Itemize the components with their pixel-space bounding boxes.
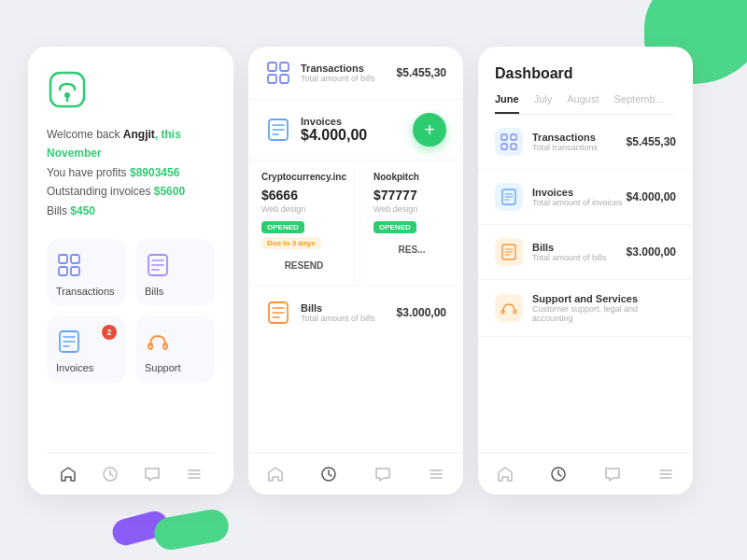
menu-item-bills[interactable]: Bills — [135, 239, 215, 306]
dash-invoices-text: Invoices Total amount of invoices — [532, 187, 623, 207]
menu-label-invoices: Invoices — [56, 362, 93, 373]
svg-rect-22 — [268, 75, 276, 83]
svg-rect-39 — [511, 144, 516, 149]
bills-info: Bills Total amount of bills — [265, 300, 375, 326]
inv-amount-0: $6666 — [261, 188, 346, 203]
card2-nav-home[interactable] — [266, 465, 285, 483]
decorative-blob-green-bottom — [152, 507, 232, 552]
transactions-title: Transactions — [301, 63, 375, 74]
dash-bills-title: Bills — [532, 242, 607, 253]
card3-nav-chat[interactable] — [603, 465, 622, 483]
card3-nav-menu[interactable] — [656, 465, 675, 483]
dash-bills-amount: $3.000,00 — [627, 245, 676, 259]
tag-opened-1: OPENED — [374, 221, 416, 233]
resend-button-0[interactable]: RESEND — [261, 257, 346, 274]
invoice-card-1: Nookpitch $77777 Web design OPENED RES..… — [360, 161, 463, 286]
card2-nav-clock[interactable] — [319, 465, 338, 483]
bills-section-icon — [265, 300, 291, 326]
welcome-message: Welcome back Angjit, this November You h… — [47, 125, 215, 220]
dash-support-text: Support and Services Customer support, l… — [532, 293, 676, 323]
svg-rect-14 — [148, 343, 152, 349]
dash-invoices-sub: Total amount of invoices — [532, 198, 623, 207]
dash-item-transactions-left: Transactions Total transactions — [495, 128, 598, 156]
card3-nav-clock[interactable] — [549, 465, 568, 483]
nav-chat[interactable] — [143, 465, 162, 483]
bills-icon — [145, 252, 171, 278]
svg-rect-38 — [501, 144, 507, 149]
dash-transactions-title: Transactions — [532, 132, 598, 143]
card2-bottom-nav — [248, 453, 463, 495]
card-home: Welcome back Angjit, this November You h… — [28, 47, 233, 495]
tab-july[interactable]: July — [534, 93, 553, 114]
svg-rect-3 — [71, 255, 79, 263]
dash-item-support-left: Support and Services Customer support, l… — [495, 293, 676, 323]
tab-june[interactable]: June — [495, 93, 519, 114]
inv-company-0: Cryptocurrency.inc — [261, 172, 346, 182]
inv-amount-1: $77777 — [374, 188, 450, 203]
menu-item-transactions[interactable]: Transactions — [47, 239, 126, 306]
menu-label-transactions: Transactions — [56, 286, 115, 297]
dash-item-invoices-left: Invoices Total amount of invoices — [495, 183, 623, 211]
invoice-main: Invoices $4.000,00 — [265, 116, 367, 144]
resend-button-1[interactable]: RES... — [374, 241, 450, 259]
svg-rect-5 — [71, 267, 79, 275]
user-name: Angjit — [123, 128, 155, 141]
dash-transactions-icon — [495, 128, 523, 156]
bills-text: Bills Total amount of bills — [301, 302, 375, 323]
invoice-cards-row: Cryptocurrency.inc $6666 Web design OPEN… — [248, 161, 463, 287]
inv-tags-1: OPENED — [374, 221, 450, 233]
svg-rect-37 — [511, 134, 516, 140]
svg-rect-21 — [280, 63, 289, 71]
svg-rect-36 — [501, 134, 507, 140]
dash-transactions-sub: Total transactions — [532, 143, 598, 152]
menu-item-support[interactable]: Support — [135, 315, 215, 383]
tab-august[interactable]: August — [567, 93, 599, 114]
card-dashboard: Dashboard June July August Septemb... — [478, 47, 693, 495]
svg-rect-15 — [163, 343, 167, 349]
transactions-subtitle: Total amount of bills — [301, 74, 375, 83]
card3-nav-home[interactable] — [496, 465, 514, 483]
svg-rect-20 — [268, 63, 276, 71]
nav-menu[interactable] — [185, 465, 204, 483]
spacer — [248, 339, 463, 453]
card2-nav-chat[interactable] — [374, 465, 392, 483]
profit-value: $8903456 — [130, 166, 179, 179]
tag-due-0: Due in 3 days — [261, 237, 321, 249]
dash-support-icon — [495, 294, 523, 322]
cards-container: Welcome back Angjit, this November You h… — [28, 47, 693, 495]
bills-value: $450 — [70, 204, 95, 217]
transactions-section-icon — [265, 60, 291, 86]
bills-subtitle: Total amount of bills — [301, 314, 375, 323]
inv-company-1: Nookpitch — [374, 172, 450, 182]
invoice-section-icon — [265, 117, 291, 143]
nav-home[interactable] — [59, 465, 78, 483]
dash-invoices-title: Invoices — [532, 187, 623, 198]
tabs-row: June July August Septemb... — [495, 93, 676, 115]
transactions-info: Transactions Total amount of bills — [265, 60, 375, 86]
inv-type-1: Web design — [374, 204, 450, 214]
card2-nav-menu[interactable] — [427, 465, 445, 483]
dash-item-invoices: Invoices Total amount of invoices $4.000… — [478, 170, 693, 225]
invoices-section: Invoices $4.000,00 + — [248, 100, 463, 161]
card3-bottom-nav — [478, 453, 693, 495]
menu-item-invoices[interactable]: 2 Invoices — [47, 315, 126, 383]
dash-item-bills: Bills Total amount of bills $3.000,00 — [478, 225, 693, 280]
spacer3 — [478, 337, 693, 453]
svg-rect-2 — [59, 255, 67, 263]
dashboard-header: Dashboard June July August Septemb... — [478, 47, 693, 115]
dash-item-bills-left: Bills Total amount of bills — [495, 238, 607, 266]
card-transactions: Transactions Total amount of bills $5.45… — [248, 47, 463, 495]
tag-opened-0: OPENED — [261, 221, 304, 233]
bills-section: Bills Total amount of bills $3.000,00 — [248, 287, 463, 339]
bills-amount: $3.000,00 — [397, 306, 446, 319]
add-invoice-button[interactable]: + — [413, 113, 446, 147]
dash-transactions-amount: $5.455,30 — [627, 135, 676, 148]
dash-invoices-amount: $4.000,00 — [627, 190, 676, 203]
dash-bills-sub: Total amount of bills — [532, 253, 607, 262]
nav-clock[interactable] — [101, 465, 120, 483]
invoice-amount-large: $4.000,00 — [301, 127, 367, 144]
tab-september[interactable]: Septemb... — [614, 93, 664, 114]
inv-type-0: Web design — [261, 204, 346, 214]
card1-bottom-nav — [47, 453, 215, 495]
dash-support-title: Support and Services — [532, 293, 676, 304]
